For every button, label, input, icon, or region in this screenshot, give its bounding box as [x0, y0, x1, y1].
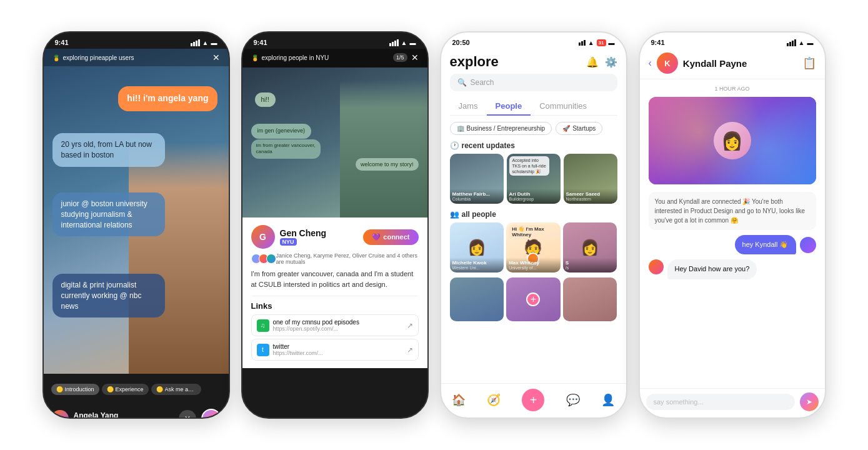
- link-spotify[interactable]: ♫ one of my cmnsu pod episodes https://o…: [251, 314, 419, 336]
- search-placeholder: Search: [471, 78, 494, 87]
- bubble-work: digital & print journalist currently wor…: [52, 274, 165, 318]
- story-area: hi!! im gen (genevieve) im from greater …: [242, 68, 427, 218]
- link-url-1: https://open.spotify.com/...: [273, 326, 359, 332]
- battery-icon-4: ▬: [807, 39, 814, 46]
- bubble-age: 20 yrs old, from LA but now based in bos…: [52, 133, 165, 167]
- explore-title: explore 🔔 ⚙️: [450, 49, 617, 74]
- home-nav-icon[interactable]: 🏠: [452, 393, 466, 407]
- mutuals-section: Janice Cheng, Karyme Perez, Oliver Cruis…: [251, 252, 419, 265]
- time-label: 1 HOUR AGO: [649, 86, 816, 92]
- tab-pills: 🟡 Introduction 🟡 Experience 🟡 Ask me abo…: [51, 384, 221, 395]
- person-card-5[interactable]: +: [506, 278, 561, 321]
- chat-nav-icon[interactable]: 💬: [566, 393, 580, 407]
- match-button[interactable]: [201, 409, 221, 419]
- mutual-3: [266, 254, 276, 264]
- status-icons-2: ▲ ▬: [389, 39, 416, 46]
- profile-left: G Gen Cheng NYU: [251, 225, 327, 249]
- reject-button[interactable]: ✕: [179, 410, 196, 419]
- close-icon-2[interactable]: ✕: [411, 52, 419, 62]
- pineapple-icon: 🍍: [52, 54, 60, 61]
- status-bar-3: 20:50 ▲ 31 ▬: [441, 32, 626, 49]
- intro-icon: 🟡: [56, 386, 63, 392]
- spotify-icon: ♫: [257, 319, 269, 332]
- recent-card-1[interactable]: Matthew Fairb...Columbia: [450, 154, 504, 204]
- tab-introduction[interactable]: 🟡 Introduction: [51, 384, 99, 395]
- app-container: 9:41 ▲ ▬ 🍍 exploring pineapple users ✕ h…: [0, 0, 868, 450]
- story-bubble-1: hi!!: [255, 92, 276, 107]
- bubble-school: junior @ boston university studying jour…: [52, 192, 165, 236]
- link-url-2: https://twitter.com/...: [273, 350, 323, 356]
- phone1-footer: Angela Yang NBC News ✕: [44, 405, 229, 419]
- person-card-2[interactable]: 🧑 Hi 👋 I'm Max Whitney Max WhitneyUniver…: [506, 222, 561, 272]
- search-bar[interactable]: 🔍 Search: [450, 74, 617, 91]
- wifi-icon-3: ▲: [588, 39, 594, 46]
- links-section: Links ♫ one of my cmnsu pod episodes htt…: [251, 296, 419, 361]
- ask-icon: 🟡: [156, 386, 163, 392]
- person-card-4[interactable]: [450, 278, 504, 321]
- sent-message: hey Kyndall 👋: [735, 235, 796, 254]
- wifi-icon-4: ▲: [799, 39, 805, 46]
- time-4: 9:41: [651, 39, 665, 46]
- user-avatar: [51, 410, 69, 419]
- people-grid: 👩 Michelle KwokWestern Uni... 🧑 Hi 👋 I'm…: [450, 222, 617, 272]
- status-icons-4: ▲ ▬: [787, 39, 814, 46]
- tab-communities[interactable]: Communities: [531, 98, 596, 116]
- send-button[interactable]: ➤: [800, 392, 819, 411]
- phone1-background: 🍍 exploring pineapple users ✕ hi!! i'm a…: [44, 49, 229, 374]
- recent-card-2[interactable]: Accepted intoTKS on a full-ridescholarsh…: [507, 154, 561, 204]
- signal-icon-4: [787, 39, 796, 46]
- link-twitter[interactable]: t twitter https://twitter.com/... ↗: [251, 339, 419, 361]
- story-bubble-2: im gen (genevieve): [251, 124, 312, 139]
- time-3: 20:50: [452, 39, 470, 46]
- profile-nav-icon[interactable]: 👤: [601, 393, 615, 407]
- explore-action-icons: 🔔 ⚙️: [586, 56, 617, 68]
- pineapple-icon-2: 🍍: [251, 54, 259, 61]
- phone-1: 9:41 ▲ ▬ 🍍 exploring pineapple users ✕ h…: [42, 31, 230, 419]
- filter-business[interactable]: 🏢 Business / Entrepreneurship: [450, 122, 552, 135]
- header-left: 🍍 exploring pineapple users: [52, 54, 134, 61]
- profile-avatar: G: [251, 225, 275, 249]
- mutuals-text: Janice Cheng, Karyme Perez, Oliver Cruis…: [276, 252, 419, 265]
- time-2: 9:41: [254, 39, 267, 46]
- person-card-6[interactable]: [563, 278, 617, 321]
- filter-startups[interactable]: 🚀 Startups: [556, 122, 602, 135]
- profile-school: NYU: [280, 238, 327, 246]
- tab-experience[interactable]: 🟡 Experience: [102, 384, 149, 395]
- story-bubble-4: welcome to my story!: [356, 158, 419, 171]
- recent-updates-grid: Matthew Fairb...Columbia Accepted intoTK…: [450, 154, 617, 204]
- video-call-icon[interactable]: 📋: [802, 56, 816, 70]
- user-name-1: Angela Yang: [74, 411, 119, 419]
- people-icon: 👥: [450, 210, 459, 219]
- phone-4: 9:41 ▲ ▬ ‹ K Kyndall Payne 📋 1 HOUR AGO …: [639, 31, 826, 419]
- compass-nav-icon[interactable]: 🧭: [487, 393, 501, 407]
- phone-2: 9:41 ▲ ▬ 🍍 exploring people in NYU 1/5 ✕…: [241, 31, 429, 419]
- battery-icon-2: ▬: [410, 39, 416, 46]
- story-bubble-3: im from greater vancouver,canada: [251, 139, 321, 159]
- add-button[interactable]: +: [522, 389, 544, 411]
- close-icon[interactable]: ✕: [212, 52, 220, 62]
- bio-text: I'm from greater vancouver, canada and I…: [251, 269, 419, 289]
- contact-avatar: K: [657, 52, 678, 74]
- tab-people[interactable]: People: [487, 98, 531, 116]
- links-title: Links: [251, 301, 419, 311]
- notification-icon[interactable]: 🔔: [586, 56, 599, 68]
- back-button[interactable]: ‹: [649, 58, 652, 69]
- signal-icon-3: [579, 40, 586, 46]
- recent-card-3[interactable]: Sameer SaeedNortheastern: [564, 154, 617, 204]
- receiver-avatar: [649, 259, 664, 274]
- tab-ask[interactable]: 🟡 Ask me about: [151, 384, 201, 395]
- link-left-2: t twitter https://twitter.com/...: [257, 343, 323, 356]
- person-card-1[interactable]: 👩 Michelle KwokWestern Uni...: [450, 222, 504, 272]
- settings-icon[interactable]: ⚙️: [605, 56, 617, 68]
- school-badge: NYU: [280, 238, 297, 246]
- wifi-icon: ▲: [202, 39, 209, 46]
- link-name-2: twitter: [273, 343, 323, 350]
- phone-3: 20:50 ▲ 31 ▬ explore 🔔 ⚙️ 🔍 Search: [440, 31, 627, 419]
- story-counter: 1/5: [393, 53, 407, 62]
- chat-input[interactable]: say something...: [646, 394, 795, 410]
- person-card-3[interactable]: 👩 S/s: [563, 222, 617, 272]
- tab-jams[interactable]: Jams: [450, 98, 487, 116]
- business-icon: 🏢: [457, 125, 464, 132]
- connect-button[interactable]: 💜 connect: [363, 229, 418, 245]
- phone2-header: 🍍 exploring people in NYU 1/5 ✕: [242, 49, 427, 68]
